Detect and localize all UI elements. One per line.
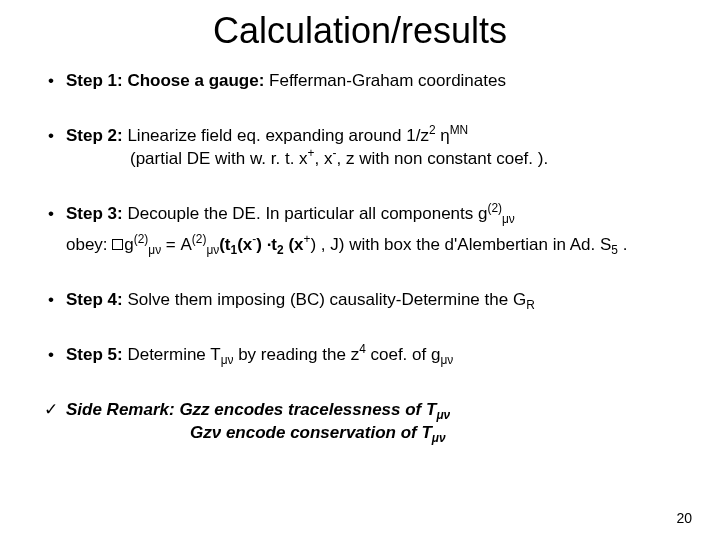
step-4-label: Step 4:: [66, 290, 123, 309]
eq: = A: [161, 235, 192, 254]
step-3-text: Decouple the DE. In particular all compo…: [123, 204, 488, 223]
g-mn: μν: [440, 353, 453, 367]
page-title: Calculation/results: [40, 10, 680, 52]
step-2-label: Step 2:: [66, 126, 123, 145]
box-operator-icon: [112, 239, 123, 250]
step-5: Step 5: Determine Tμν by reading the z4 …: [40, 344, 680, 367]
A-sub: μν: [206, 243, 219, 257]
step-3: Step 3: Decouple the DE. In particular a…: [40, 203, 680, 257]
remark-label: Side Remark:: [66, 400, 175, 419]
step-4: Step 4: Solve them imposing (BC) causali…: [40, 289, 680, 312]
step-2-line2: (partial DE with w. r. t. x+, x-, z with…: [66, 148, 680, 171]
step-2-l2a: (partial DE with w. r. t. x: [130, 149, 308, 168]
step-5-a: Determine T: [123, 345, 221, 364]
step-1: Step 1: Choose a gauge: Fefferman-Graham…: [40, 70, 680, 93]
step3-tail: ) , J) with box the d'Alembertian in Ad.…: [310, 235, 611, 254]
g-sup-2: (2): [487, 201, 502, 215]
step-1-label: Step 1:: [66, 71, 123, 90]
remark-mn2: μν: [432, 431, 446, 445]
T-mn: μν: [221, 353, 234, 367]
page-number: 20: [676, 510, 692, 526]
eta-sup: MN: [450, 123, 469, 137]
A-sup: (2): [192, 232, 207, 246]
xminus: (x: [237, 235, 252, 254]
g2-sub: μν: [148, 243, 161, 257]
bullet-list: Step 1: Choose a gauge: Fefferman-Graham…: [40, 70, 680, 444]
step-1-tail: Fefferman-Graham coordinates: [264, 71, 506, 90]
xplus: (x: [284, 235, 304, 254]
comma-x: , x: [315, 149, 333, 168]
period: .: [618, 235, 627, 254]
x-plus: +: [308, 146, 315, 160]
GR-sub: R: [526, 298, 535, 312]
t2-sub: 2: [277, 243, 284, 257]
remark-line2: Gzν encode conservation of Tμν: [66, 422, 680, 445]
g-letter: g: [124, 235, 133, 254]
step-3-label: Step 3:: [66, 204, 123, 223]
step-5-coef: coef. of g: [366, 345, 441, 364]
step-5-label: Step 5:: [66, 345, 123, 364]
z4: 4: [359, 342, 366, 356]
g-sub-mn: μν: [502, 212, 515, 226]
remark-l2: Gzν encode conservation of T: [190, 423, 432, 442]
dot: ) ·: [256, 235, 271, 254]
step-2-text: Linearize field eq. expanding around 1/z: [123, 126, 429, 145]
g2-sup: (2): [134, 232, 149, 246]
ads-5: 5: [611, 243, 618, 257]
slide: Calculation/results Step 1: Choose a gau…: [0, 0, 720, 540]
step-4-text: Solve them imposing (BC) causality-Deter…: [123, 290, 526, 309]
step-1-bold-text: Choose a gauge:: [123, 71, 265, 90]
step-2-l2b: , z with non constant coef. ).: [336, 149, 548, 168]
step-2: Step 2: Linearize field eq. expanding ar…: [40, 125, 680, 171]
remark-mn1: μν: [436, 408, 450, 422]
remark-l1: Gzz encodes tracelessness of T: [175, 400, 437, 419]
eta-symbol: η: [436, 126, 450, 145]
side-remark: Side Remark: Gzz encodes tracelessness o…: [40, 399, 680, 445]
step-2-z-exp: 2: [429, 123, 436, 137]
spacer: [66, 226, 680, 234]
obey-text: obey:: [66, 235, 112, 254]
step-5-mid: by reading the z: [233, 345, 359, 364]
